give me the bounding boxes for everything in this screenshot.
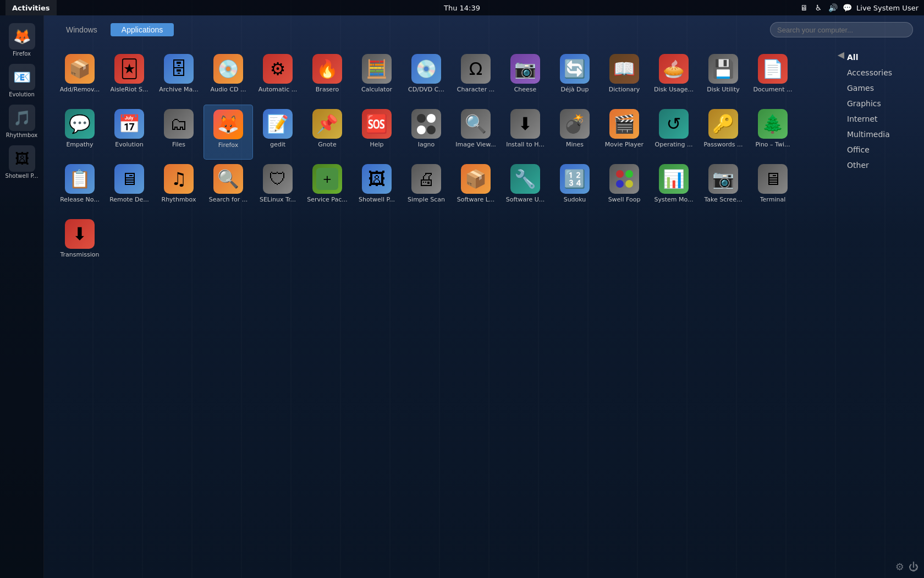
- user-name[interactable]: Live System User: [856, 4, 919, 12]
- settings-icon[interactable]: ⚙: [895, 561, 904, 572]
- app-icon-swell-foop: [609, 164, 639, 194]
- app-icon-rhythmbox: ♫: [164, 164, 194, 194]
- app-item-service-pack[interactable]: + Service Pac...: [302, 160, 352, 215]
- app-item-disk-utility[interactable]: 💾 Disk Utility: [698, 50, 748, 105]
- app-label-mines: Mines: [566, 141, 584, 149]
- app-label-passwords: Passwords ...: [703, 141, 743, 149]
- app-item-brasero[interactable]: 🔥 Brasero: [302, 50, 352, 105]
- app-item-operating[interactable]: ↺ Operating ...: [649, 105, 698, 160]
- dock-item-firefox[interactable]: 🦊 Firefox: [2, 21, 42, 59]
- app-label-simple-scan: Simple Scan: [408, 196, 445, 204]
- app-item-dictionary[interactable]: 📖 Dictionary: [600, 50, 649, 105]
- app-label-character: Character ...: [457, 86, 494, 94]
- app-label-brasero: Brasero: [316, 86, 339, 94]
- app-label-disk-utility: Disk Utility: [707, 86, 739, 94]
- app-item-add-remove[interactable]: 📦 Add/Remov...: [55, 50, 105, 105]
- app-item-help[interactable]: 🆘 Help: [352, 105, 402, 160]
- app-item-passwords[interactable]: 🔑 Passwords ...: [698, 105, 748, 160]
- app-item-swell-foop[interactable]: Swell Foop: [600, 160, 649, 215]
- app-icon-movie-player: 🎬: [609, 109, 639, 139]
- app-item-software-u[interactable]: 🔧 Software U...: [501, 160, 550, 215]
- app-label-operating: Operating ...: [655, 141, 693, 149]
- app-item-release-notes[interactable]: 📋 Release No...: [55, 160, 105, 215]
- app-item-transmission[interactable]: ⬇ Transmission: [55, 215, 105, 270]
- app-icon-empathy: 💬: [65, 109, 95, 139]
- app-item-movie-player[interactable]: 🎬 Movie Player: [600, 105, 649, 160]
- app-item-cdvd[interactable]: 💿 CD/DVD C...: [402, 50, 451, 105]
- app-item-gnote[interactable]: 📌 Gnote: [302, 105, 352, 160]
- tab-windows[interactable]: Windows: [55, 23, 108, 36]
- app-item-search-for[interactable]: 🔍 Search for ...: [204, 160, 253, 215]
- category-graphics[interactable]: Graphics: [836, 96, 924, 111]
- app-icon-terminal: 🖥: [758, 164, 788, 194]
- accessibility-icon: ♿: [813, 3, 823, 13]
- app-icon-iagno: [411, 109, 441, 139]
- app-label-automatic: Automatic ...: [258, 86, 297, 94]
- app-icon-install: ⬇: [510, 109, 540, 139]
- app-label-swell-foop: Swell Foop: [608, 196, 641, 204]
- app-item-remote-desktop[interactable]: 🖥 Remote De...: [105, 160, 154, 215]
- dock-item-shotwell[interactable]: 🖼 Shotwell P...: [2, 143, 42, 181]
- dock: 🦊 Firefox 📧 Evolution 🎵 Rhythmbox 🖼 Shot…: [0, 15, 44, 578]
- search-input[interactable]: [770, 22, 913, 37]
- app-item-selinux[interactable]: 🛡 SELinux Tr...: [253, 160, 302, 215]
- app-item-gedit[interactable]: 📝 gedit: [253, 105, 302, 160]
- dock-item-rhythmbox[interactable]: 🎵 Rhythmbox: [2, 102, 42, 140]
- app-item-rhythmbox[interactable]: ♫ Rhythmbox: [154, 160, 204, 215]
- app-item-cheese[interactable]: 📷 Cheese: [501, 50, 550, 105]
- dock-label-evolution: Evolution: [9, 91, 35, 97]
- category-games[interactable]: Games: [836, 80, 924, 96]
- app-item-disk-usage[interactable]: 🥧 Disk Usage...: [649, 50, 698, 105]
- chat-icon: 💬: [842, 3, 852, 13]
- app-icon-cheese: 📷: [510, 54, 540, 84]
- app-label-selinux: SELinux Tr...: [260, 196, 296, 204]
- category-other[interactable]: Other: [836, 157, 924, 173]
- app-label-add-remove: Add/Remov...: [60, 86, 100, 94]
- dock-item-evolution[interactable]: 📧 Evolution: [2, 62, 42, 100]
- app-item-aisleriot[interactable]: 🃏 AisleRiot S...: [105, 50, 154, 105]
- app-label-empathy: Empathy: [66, 141, 93, 149]
- app-item-character[interactable]: Ω Character ...: [451, 50, 501, 105]
- app-item-iagno[interactable]: Iagno: [402, 105, 451, 160]
- app-item-firefox[interactable]: 🦊 Firefox: [204, 105, 253, 160]
- app-label-files: Files: [172, 141, 185, 149]
- activities-button[interactable]: Activities: [6, 0, 57, 15]
- category-multimedia[interactable]: Multimedia: [836, 127, 924, 142]
- app-item-install[interactable]: ⬇ Install to H...: [501, 105, 550, 160]
- app-item-evolution[interactable]: 📅 Evolution: [105, 105, 154, 160]
- app-item-automatic[interactable]: ⚙ Automatic ...: [253, 50, 302, 105]
- category-office[interactable]: Office: [836, 142, 924, 157]
- app-item-document[interactable]: 📄 Document ...: [748, 50, 798, 105]
- app-icon-calculator: 🧮: [362, 54, 392, 84]
- app-icon-brasero: 🔥: [312, 54, 342, 84]
- app-label-dictionary: Dictionary: [609, 86, 640, 94]
- app-item-sudoku[interactable]: 🔢 Sudoku: [550, 160, 600, 215]
- app-item-files[interactable]: 🗂 Files: [154, 105, 204, 160]
- app-item-take-screenshot[interactable]: 📷 Take Scree...: [698, 160, 748, 215]
- app-item-software-l[interactable]: 📦 Software L...: [451, 160, 501, 215]
- category-accessories[interactable]: Accessories: [836, 65, 924, 80]
- main-content: Windows Applications ◀ 📦 Add/Remov... 🃏 …: [44, 15, 924, 578]
- category-all[interactable]: All: [836, 50, 924, 65]
- app-label-archive: Archive Ma...: [159, 86, 198, 94]
- tab-applications[interactable]: Applications: [111, 23, 174, 36]
- category-internet[interactable]: Internet: [836, 111, 924, 127]
- view-tabs: Windows Applications: [55, 23, 174, 36]
- app-label-firefox: Firefox: [218, 141, 238, 149]
- app-item-shotwell[interactable]: 🖼 Shotwell P...: [352, 160, 402, 215]
- app-item-dejadup[interactable]: 🔄 Déjà Dup: [550, 50, 600, 105]
- app-item-audio-cd[interactable]: 💿 Audio CD ...: [204, 50, 253, 105]
- app-item-empathy[interactable]: 💬 Empathy: [55, 105, 105, 160]
- app-item-system-monitor[interactable]: 📊 System Mo...: [649, 160, 698, 215]
- app-item-pino[interactable]: 🌲 Pino – Twi...: [748, 105, 798, 160]
- app-item-mines[interactable]: 💣 Mines: [550, 105, 600, 160]
- app-item-terminal[interactable]: 🖥 Terminal: [748, 160, 798, 215]
- power-icon[interactable]: ⏻: [909, 561, 919, 572]
- bottom-right-icons: ⚙ ⏻: [895, 561, 919, 572]
- app-item-calculator[interactable]: 🧮 Calculator: [352, 50, 402, 105]
- app-label-install: Install to H...: [506, 141, 544, 149]
- app-item-archive[interactable]: 🗄 Archive Ma...: [154, 50, 204, 105]
- app-item-simple-scan[interactable]: 🖨 Simple Scan: [402, 160, 451, 215]
- app-item-image-viewer[interactable]: 🔍 Image View...: [451, 105, 501, 160]
- apps-grid: 📦 Add/Remov... 🃏 AisleRiot S... 🗄 Archiv…: [44, 44, 836, 578]
